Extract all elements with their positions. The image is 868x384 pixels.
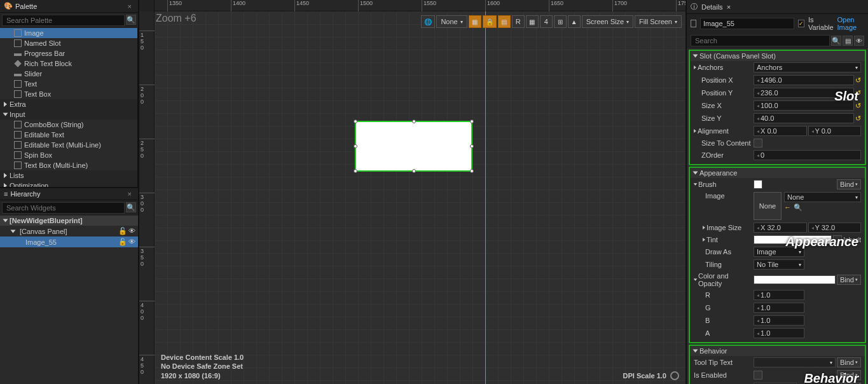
hierarchy-root-label: [NewWidgetBlueprint] bbox=[10, 217, 83, 224]
tooltip-input[interactable] bbox=[754, 357, 836, 367]
details-search-input[interactable] bbox=[691, 35, 830, 46]
reset-icon[interactable]: ↺ bbox=[855, 89, 861, 97]
tiling-dropdown[interactable]: No Tile bbox=[754, 259, 804, 270]
color-opacity-bar[interactable] bbox=[754, 275, 836, 284]
lock-button[interactable]: 🔒 bbox=[483, 15, 497, 28]
zorder-input[interactable]: 0 bbox=[754, 150, 861, 160]
size-to-content-label: Size To Content bbox=[701, 139, 750, 147]
behavior-header[interactable]: Behavior bbox=[690, 346, 865, 356]
palette-item[interactable]: Spin Box bbox=[0, 150, 137, 160]
hierarchy-title: Hierarchy bbox=[10, 190, 40, 198]
reset-icon[interactable]: ↺ bbox=[855, 114, 861, 123]
use-arrow-icon[interactable]: ← bbox=[784, 203, 791, 212]
palette-item[interactable]: Text Box (Multi-Line) bbox=[0, 160, 137, 170]
lock-icon[interactable]: 🔓 bbox=[118, 238, 127, 246]
layout-button[interactable]: ⊞ bbox=[554, 15, 567, 28]
palette-item[interactable]: Progress Bar bbox=[0, 48, 137, 58]
b-input[interactable]: 1.0 bbox=[754, 315, 804, 326]
bind-button[interactable]: Bind bbox=[837, 370, 861, 380]
eye-icon[interactable]: 👁 bbox=[128, 227, 135, 235]
snap-button[interactable]: ▦ bbox=[526, 15, 539, 28]
fill-screen-dropdown[interactable]: Fill Screen bbox=[635, 15, 682, 28]
posx-input[interactable]: 1496.0 bbox=[754, 75, 854, 85]
open-image-link[interactable]: Open Image bbox=[837, 16, 864, 31]
g-input[interactable]: 1.0 bbox=[754, 303, 804, 313]
brush-label: Brush bbox=[698, 181, 717, 188]
palette-category[interactable]: Extra bbox=[0, 99, 137, 109]
search-icon[interactable]: 🔍 bbox=[126, 15, 136, 25]
palette-item[interactable]: Slider bbox=[0, 69, 137, 79]
hierarchy-item-image[interactable]: Image_55 🔓👁 bbox=[0, 237, 138, 247]
bind-button[interactable]: Bind bbox=[837, 275, 861, 285]
palette-item[interactable]: Editable Text (Multi-Line) bbox=[0, 140, 137, 150]
image-size-x-input[interactable]: X 32.0 bbox=[754, 223, 807, 233]
designer-viewport[interactable]: 🌐 None ▦ 🔒 ▤ R ▦ 4 ⊞ ▲ Screen Size Fill … bbox=[155, 11, 685, 384]
b-label: B bbox=[705, 317, 710, 324]
bind-button[interactable]: Bind bbox=[837, 179, 861, 189]
slot-header[interactable]: Slot (Canvas Panel Slot) bbox=[690, 51, 865, 61]
palette-item[interactable]: Image bbox=[0, 28, 137, 38]
enabled-label: Is Enabled bbox=[694, 371, 727, 379]
r-input[interactable]: 1.0 bbox=[754, 290, 804, 300]
zorder-label: ZOrder bbox=[701, 151, 724, 159]
palette-category[interactable]: Lists bbox=[0, 170, 137, 181]
close-icon[interactable]: × bbox=[125, 3, 134, 10]
hierarchy-item-label: [Canvas Panel] bbox=[20, 228, 67, 235]
eye-icon[interactable]: 👁 bbox=[854, 36, 864, 46]
palette-item[interactable]: Named Slot bbox=[0, 38, 137, 48]
enabled-checkbox[interactable] bbox=[754, 371, 762, 380]
image-thumbnail[interactable]: None bbox=[754, 192, 782, 220]
toolbar-btn-1[interactable]: ▦ bbox=[469, 15, 481, 28]
palette-search-input[interactable] bbox=[2, 15, 125, 26]
hierarchy-item-canvas[interactable]: [Canvas Panel] 🔓👁 bbox=[0, 226, 138, 237]
tint-color[interactable] bbox=[754, 235, 832, 244]
image-size-y-input[interactable]: Y 32.0 bbox=[808, 223, 862, 233]
lang-button[interactable]: 🌐 bbox=[421, 15, 435, 28]
a-input[interactable]: 1.0 bbox=[754, 328, 804, 338]
grid-num[interactable]: 4 bbox=[540, 15, 553, 28]
inherit-checkbox[interactable] bbox=[833, 235, 842, 244]
selected-widget[interactable] bbox=[355, 121, 472, 172]
browse-icon[interactable]: 🔍 bbox=[794, 203, 803, 212]
close-icon[interactable]: × bbox=[727, 3, 731, 11]
close-icon[interactable]: × bbox=[125, 190, 134, 198]
draw-as-dropdown[interactable]: Image bbox=[754, 247, 804, 257]
anchors-dropdown[interactable]: Anchors bbox=[754, 62, 861, 72]
appearance-header[interactable]: Appearance bbox=[690, 168, 865, 178]
palette-item[interactable]: ComboBox (String) bbox=[0, 120, 137, 130]
sizex-input[interactable]: 100.0 bbox=[754, 100, 854, 111]
palette-category[interactable]: Optimization bbox=[0, 181, 137, 187]
gear-icon[interactable] bbox=[670, 371, 679, 380]
search-icon[interactable]: 🔍 bbox=[831, 36, 841, 46]
is-variable-checkbox[interactable] bbox=[798, 20, 804, 27]
align-y-input[interactable]: Y 0.0 bbox=[808, 126, 862, 136]
reset-icon[interactable]: ↺ bbox=[855, 102, 861, 110]
sizey-input[interactable]: 40.0 bbox=[754, 113, 854, 123]
palette-category[interactable]: Input bbox=[0, 109, 137, 120]
brush-swatch[interactable] bbox=[754, 180, 762, 189]
eye-icon[interactable]: 👁 bbox=[128, 238, 135, 246]
outline-button[interactable]: ▲ bbox=[568, 15, 581, 28]
palette-item[interactable]: Rich Text Block bbox=[0, 58, 137, 69]
palette-item[interactable]: Text bbox=[0, 79, 137, 89]
hierarchy-root[interactable]: [NewWidgetBlueprint] bbox=[0, 216, 138, 226]
filter-icon[interactable]: ▤ bbox=[843, 36, 853, 46]
r-button[interactable]: R bbox=[512, 15, 525, 28]
search-icon[interactable]: 🔍 bbox=[126, 202, 136, 212]
posy-input[interactable]: 236.0 bbox=[754, 88, 854, 98]
hierarchy-search-input[interactable] bbox=[2, 202, 125, 214]
palette-item[interactable]: Text Box bbox=[0, 89, 137, 99]
none-dropdown[interactable]: None bbox=[436, 15, 467, 28]
vertical-ruler: 150200250300350400450 bbox=[139, 11, 155, 384]
size-to-content-checkbox[interactable] bbox=[754, 139, 762, 147]
grid-button[interactable]: ▤ bbox=[498, 15, 511, 28]
bind-button[interactable]: Bind bbox=[837, 357, 861, 367]
align-x-input[interactable]: X 0.0 bbox=[754, 126, 807, 136]
widget-name-input[interactable] bbox=[700, 18, 794, 29]
lock-icon[interactable]: 🔓 bbox=[118, 227, 127, 235]
expand-icon bbox=[3, 219, 8, 223]
screen-size-dropdown[interactable]: Screen Size bbox=[582, 15, 633, 28]
reset-icon[interactable]: ↺ bbox=[855, 76, 861, 85]
palette-item[interactable]: Editable Text bbox=[0, 130, 137, 140]
image-dropdown[interactable]: None bbox=[784, 192, 861, 202]
